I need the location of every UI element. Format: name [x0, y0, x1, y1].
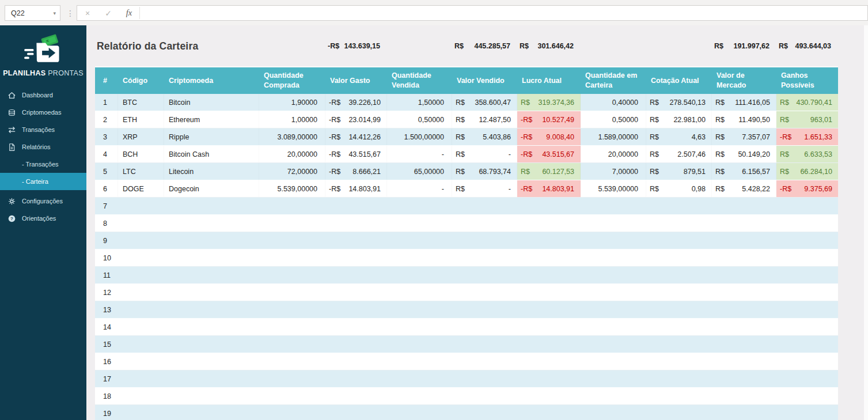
cell-cotacao-atual[interactable]: R$4,63	[646, 128, 712, 145]
cell-criptomoeda[interactable]: Bitcoin	[164, 94, 259, 111]
cell-lucro-atual[interactable]: -R$10.527,49	[517, 111, 581, 128]
cell-criptomoeda[interactable]: Litecoin	[164, 163, 259, 180]
cell-quantidade-comprada[interactable]: 3.089,00000	[259, 128, 325, 145]
cell-ganhos-possiveis[interactable]: -R$9.375,69	[776, 180, 838, 197]
namebox-caret-icon[interactable]: ▾	[53, 10, 56, 16]
cell-valor-vendido[interactable]: R$358.600,47	[452, 94, 517, 111]
cell-num[interactable]: 1	[95, 94, 118, 111]
cell-ganhos-possiveis[interactable]: -R$1.651,33	[776, 128, 838, 145]
cell-row-number[interactable]: 10	[95, 249, 118, 266]
column-header-valor-gasto[interactable]: Valor Gasto	[325, 76, 387, 86]
column-header-quantidade-comprada[interactable]: Quantidade Comprada	[259, 71, 325, 90]
cell-row-number[interactable]: 7	[95, 198, 118, 214]
cell-quantidade-vendida[interactable]: 1,50000	[387, 94, 452, 111]
column-header-ganhos-possiveis[interactable]: Ganhos Possíveis	[776, 71, 838, 90]
column-header-quantidade-em-carteira[interactable]: Quantidade em Carteira	[581, 71, 646, 90]
cell-criptomoeda[interactable]: Dogecoin	[164, 180, 259, 197]
sidebar-item-orientacoes[interactable]: ?Orientações	[0, 210, 86, 227]
cell-quantidade-em-carteira[interactable]: 1.589,00000	[581, 128, 646, 145]
cell-row-number[interactable]: 18	[95, 388, 118, 404]
cell-quantidade-vendida[interactable]: 0,50000	[387, 111, 452, 128]
cell-num[interactable]: 3	[95, 128, 118, 145]
cell-num[interactable]: 2	[95, 111, 118, 128]
cell-row-number[interactable]: 13	[95, 301, 118, 318]
cell-quantidade-vendida[interactable]: -	[387, 180, 452, 197]
confirm-icon[interactable]: ✓	[98, 6, 119, 20]
cell-quantidade-comprada[interactable]: 72,00000	[259, 163, 325, 180]
cell-row-number[interactable]: 16	[95, 353, 118, 370]
cell-lucro-atual[interactable]: -R$14.803,91	[517, 180, 581, 197]
cell-valor-vendido[interactable]: R$-	[452, 180, 517, 197]
insert-function-icon[interactable]: fx	[119, 6, 139, 20]
sidebar-item-criptomoedas[interactable]: Criptomoedas	[0, 104, 86, 121]
column-header-codigo[interactable]: Código	[118, 76, 164, 86]
cell-quantidade-comprada[interactable]: 5.539,00000	[259, 180, 325, 197]
column-header-num[interactable]: #	[95, 76, 118, 86]
cell-lucro-atual[interactable]: -R$9.008,40	[517, 128, 581, 145]
cell-criptomoeda[interactable]: Ethereum	[164, 111, 259, 128]
cell-valor-gasto[interactable]: -R$39.226,10	[325, 94, 387, 111]
cell-row-number[interactable]: 15	[95, 336, 118, 353]
cell-valor-vendido[interactable]: R$12.487,50	[452, 111, 517, 128]
cell-ganhos-possiveis[interactable]: R$963,01	[776, 111, 838, 128]
cell-quantidade-comprada[interactable]: 20,00000	[259, 146, 325, 162]
cell-ganhos-possiveis[interactable]: R$6.633,53	[776, 146, 838, 162]
cell-row-number[interactable]: 19	[95, 405, 118, 420]
cell-codigo[interactable]: XRP	[118, 128, 164, 145]
cell-name-box[interactable]: Q22 ▾	[5, 5, 60, 21]
cell-codigo[interactable]: DOGE	[118, 180, 164, 197]
cell-valor-gasto[interactable]: -R$8.666,21	[325, 163, 387, 180]
cell-valor-de-mercado[interactable]: R$7.357,07	[712, 128, 776, 145]
cell-codigo[interactable]: BCH	[118, 146, 164, 162]
column-header-lucro-atual[interactable]: Lucro Atual	[517, 76, 581, 86]
cell-quantidade-vendida[interactable]: -	[387, 146, 452, 162]
vertical-scrollbar-track[interactable]	[864, 25, 868, 420]
cell-cotacao-atual[interactable]: R$0,98	[646, 180, 712, 197]
cell-lucro-atual[interactable]: -R$43.515,67	[517, 146, 581, 162]
cell-valor-de-mercado[interactable]: R$11.490,50	[712, 111, 776, 128]
column-header-criptomoeda[interactable]: Criptomoeda	[164, 76, 259, 86]
cell-ganhos-possiveis[interactable]: R$66.284,10	[776, 163, 838, 180]
cell-row-number[interactable]: 11	[95, 267, 118, 283]
cell-valor-gasto[interactable]: -R$43.515,67	[325, 146, 387, 162]
cell-valor-gasto[interactable]: -R$14.803,91	[325, 180, 387, 197]
cell-codigo[interactable]: LTC	[118, 163, 164, 180]
cell-valor-de-mercado[interactable]: R$5.428,22	[712, 180, 776, 197]
sidebar-item-dashboard[interactable]: Dashboard	[0, 86, 86, 104]
column-header-valor-vendido[interactable]: Valor Vendido	[452, 76, 517, 86]
column-header-quantidade-vendida[interactable]: Quantidade Vendida	[387, 71, 452, 90]
cell-lucro-atual[interactable]: R$60.127,53	[517, 163, 581, 180]
cell-ganhos-possiveis[interactable]: R$430.790,41	[776, 94, 838, 111]
cell-num[interactable]: 5	[95, 163, 118, 180]
cell-num[interactable]: 4	[95, 146, 118, 162]
cell-valor-de-mercado[interactable]: R$111.416,05	[712, 94, 776, 111]
cell-row-number[interactable]: 9	[95, 232, 118, 249]
cell-row-number[interactable]: 17	[95, 370, 118, 387]
cell-quantidade-vendida[interactable]: 65,00000	[387, 163, 452, 180]
column-header-valor-de-mercado[interactable]: Valor de Mercado	[712, 71, 776, 90]
cell-valor-vendido[interactable]: R$68.793,74	[452, 163, 517, 180]
cell-valor-de-mercado[interactable]: R$6.156,57	[712, 163, 776, 180]
cell-valor-de-mercado[interactable]: R$50.149,20	[712, 146, 776, 162]
cell-quantidade-em-carteira[interactable]: 5.539,00000	[581, 180, 646, 197]
sidebar-item-relatorios[interactable]: Relatórios	[0, 138, 86, 156]
cell-quantidade-em-carteira[interactable]: 0,50000	[581, 111, 646, 128]
cell-quantidade-vendida[interactable]: 1.500,00000	[387, 128, 452, 145]
cell-criptomoeda[interactable]: Ripple	[164, 128, 259, 145]
cell-cotacao-atual[interactable]: R$278.540,13	[646, 94, 712, 111]
cell-valor-vendido[interactable]: R$-	[452, 146, 517, 162]
cell-cotacao-atual[interactable]: R$2.507,46	[646, 146, 712, 162]
sidebar-item-transacoes[interactable]: - Transações	[0, 156, 86, 173]
cell-cotacao-atual[interactable]: R$879,51	[646, 163, 712, 180]
cell-row-number[interactable]: 8	[95, 215, 118, 232]
cell-row-number[interactable]: 12	[95, 284, 118, 301]
cell-valor-gasto[interactable]: -R$14.412,26	[325, 128, 387, 145]
cell-cotacao-atual[interactable]: R$22.981,00	[646, 111, 712, 128]
cell-quantidade-em-carteira[interactable]: 0,40000	[581, 94, 646, 111]
cell-quantidade-comprada[interactable]: 1,00000	[259, 111, 325, 128]
sidebar-item-carteira[interactable]: - Carteira	[0, 173, 86, 190]
cell-quantidade-comprada[interactable]: 1,90000	[259, 94, 325, 111]
cell-criptomoeda[interactable]: Bitcoin Cash	[164, 146, 259, 162]
cell-valor-gasto[interactable]: -R$23.014,99	[325, 111, 387, 128]
cell-row-number[interactable]: 14	[95, 319, 118, 335]
